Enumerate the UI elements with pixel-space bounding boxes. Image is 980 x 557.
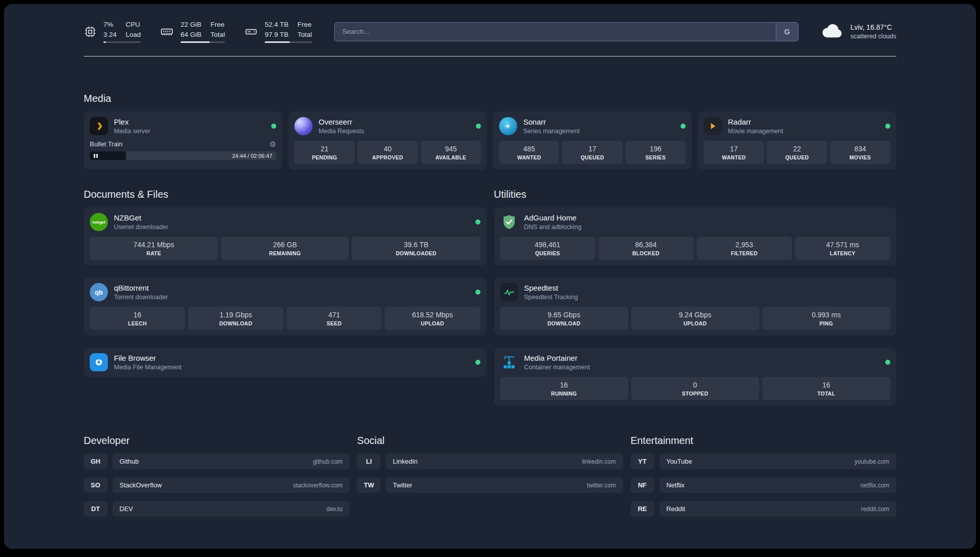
stat-label: UPLOAD (633, 320, 757, 326)
bookmark-name: Reddit (666, 505, 686, 513)
service-name: AdGuard Home (524, 213, 582, 222)
radarr-icon (704, 117, 722, 135)
service-card-qbittorrent[interactable]: qb qBittorrent Torrent downloader 16 LEE… (84, 277, 486, 336)
bookmark-abbr: YT (631, 454, 654, 469)
bookmark-domain: stackoverflow.com (293, 482, 342, 489)
status-dot (475, 219, 480, 225)
bookmark-domain: linkedin.com (582, 458, 616, 465)
screen-frame: 7% CPU 3.24 Load 22 (0, 0, 980, 557)
service-description: Media File Management (114, 364, 181, 371)
stat-label: TOTAL (764, 391, 888, 397)
memory-widget: 22 GiB Free 64 GiB Total (160, 20, 225, 43)
now-playing-title: Bullet Train (90, 140, 122, 148)
service-description: Movie management (728, 128, 783, 135)
stat-value: 16 (92, 311, 183, 319)
service-name: Radarr (728, 118, 783, 126)
section-title-utilities: Utilities (494, 189, 897, 200)
service-name: Plex (114, 118, 150, 126)
stat-label: PING (764, 320, 888, 326)
stat-value: 47.571 ms (797, 241, 888, 249)
qbittorrent-icon: qb (90, 283, 108, 301)
stat-label: DOWNLOAD (502, 320, 626, 326)
stat-tile: 16 RUNNING (500, 377, 628, 400)
stat-value: 16 (764, 381, 888, 389)
service-card-plex[interactable]: Plex Media server Bullet Train ⚙ 24:44 /… (84, 112, 282, 170)
stats-row: 485 WANTED 17 QUEUED 196 SERIES (499, 141, 686, 164)
stat-tile: 1.19 Gbps DOWNLOAD (188, 307, 283, 330)
stat-tile: 16 TOTAL (762, 377, 890, 400)
cpu-load-label: Load (126, 30, 141, 39)
service-description: Speedtest Tracking (524, 294, 578, 301)
bookmark-linkedin[interactable]: LI LinkedIn linkedin.com (357, 454, 623, 469)
stats-row: 16 LEECH 1.19 Gbps DOWNLOAD 471 SEED 6 (90, 307, 480, 330)
service-card-speedtest[interactable]: Speedtest Speedtest Tracking 9.65 Gbps D… (494, 277, 897, 336)
service-card-radarr[interactable]: Radarr Movie management 17 WANTED 22 QUE… (698, 112, 896, 170)
stat-tile: 196 SERIES (626, 141, 686, 164)
service-name: Sonarr (523, 118, 580, 126)
stat-value: 1.19 Gbps (190, 311, 281, 319)
stat-tile: 86,384 BLOCKED (598, 237, 694, 260)
playback-time: 24:44 / 02:06:47 (232, 153, 272, 159)
bookmark-twitter[interactable]: TW Twitter twitter.com (357, 477, 623, 493)
stat-label: SERIES (628, 154, 684, 160)
stat-tile: 498,461 QUERIES (500, 237, 595, 260)
stat-label: LATENCY (797, 250, 888, 256)
memory-free-value: 22 GiB (180, 20, 201, 29)
playback-progress-bar[interactable]: 24:44 / 02:06:47 (90, 151, 276, 160)
disk-widget-body: 52.4 TB Free 97.9 TB Total (265, 20, 312, 43)
stat-value: 744.21 Mbps (92, 241, 216, 249)
stat-tile: 21 PENDING (294, 141, 354, 164)
search-provider-button[interactable]: G (776, 23, 798, 41)
stat-tile: 16 LEECH (90, 307, 185, 330)
filebrowser-icon (90, 353, 108, 371)
bookmark-reddit[interactable]: RE Reddit reddit.com (631, 501, 896, 517)
middle-columns: Documents & Files nzbget NZBGet Usenet d… (84, 189, 896, 406)
search-input[interactable] (335, 23, 776, 41)
service-card-sonarr[interactable]: Sonarr Series management 485 WANTED 17 Q… (493, 112, 692, 170)
disk-free-label: Free (297, 20, 312, 29)
pause-button[interactable] (90, 151, 126, 160)
service-card-adguard[interactable]: AdGuard Home DNS and adblocking 498,461 … (494, 207, 897, 265)
bookmark-netflix[interactable]: NF Netflix netflix.com (631, 477, 896, 493)
bookmark-domain: youtube.com (854, 458, 889, 465)
gear-icon[interactable]: ⚙ (270, 140, 276, 148)
stat-label: MOVIES (832, 154, 888, 160)
search-bar[interactable]: G (334, 22, 799, 41)
stat-value: 196 (628, 145, 684, 153)
status-dot (885, 360, 890, 365)
bookmark-youtube[interactable]: YT YouTube youtube.com (631, 454, 896, 469)
stat-tile: 17 WANTED (704, 141, 764, 164)
service-card-filebrowser[interactable]: File Browser Media File Management (84, 348, 486, 377)
disk-widget: 52.4 TB Free 97.9 TB Total (244, 20, 312, 43)
disk-drive-icon (244, 25, 258, 38)
service-name: qBittorrent (114, 284, 168, 292)
stat-label: FILTERED (699, 250, 790, 256)
stat-label: QUERIES (502, 250, 593, 256)
cpu-label: CPU (126, 20, 141, 29)
service-card-portainer[interactable]: Media Portainer Container management 16 … (494, 348, 897, 406)
service-card-nzbget[interactable]: nzbget NZBGet Usenet downloader 744.21 M… (84, 207, 486, 265)
stat-value: 485 (501, 145, 557, 153)
resource-widgets: 7% CPU 3.24 Load 22 (84, 20, 312, 43)
stat-label: SEED (288, 320, 380, 326)
bookmark-stackoverflow[interactable]: SO StackOverflow stackoverflow.com (84, 477, 349, 493)
service-card-overseerr[interactable]: Overseerr Media Requests 21 PENDING 40 A… (288, 112, 487, 170)
status-dot (475, 290, 480, 295)
disk-free-value: 52.4 TB (265, 20, 288, 29)
top-bar: 7% CPU 3.24 Load 22 (84, 20, 896, 43)
stat-value: 22 (769, 145, 825, 153)
stat-value: 9.24 Gbps (633, 311, 757, 319)
bookmark-name: YouTube (666, 458, 692, 465)
service-description: Usenet downloader (114, 224, 168, 231)
memory-widget-body: 22 GiB Free 64 GiB Total (180, 20, 225, 43)
bookmark-github[interactable]: GH Github github.com (84, 454, 349, 469)
bookmark-group-social: Social LI LinkedIn linkedin.com TW Twitt… (357, 435, 623, 517)
stat-value: 86,384 (600, 241, 692, 249)
stat-tile: 266 GB REMAINING (221, 237, 349, 260)
section-documents: Documents & Files nzbget NZBGet Usenet d… (84, 189, 486, 406)
bookmark-name: Netflix (666, 481, 685, 489)
stat-tile: 9.24 Gbps UPLOAD (631, 307, 759, 330)
stat-label: QUEUED (769, 154, 825, 160)
bookmark-dev[interactable]: DT DEV dev.to (84, 501, 349, 517)
bookmark-name: LinkedIn (393, 458, 417, 465)
